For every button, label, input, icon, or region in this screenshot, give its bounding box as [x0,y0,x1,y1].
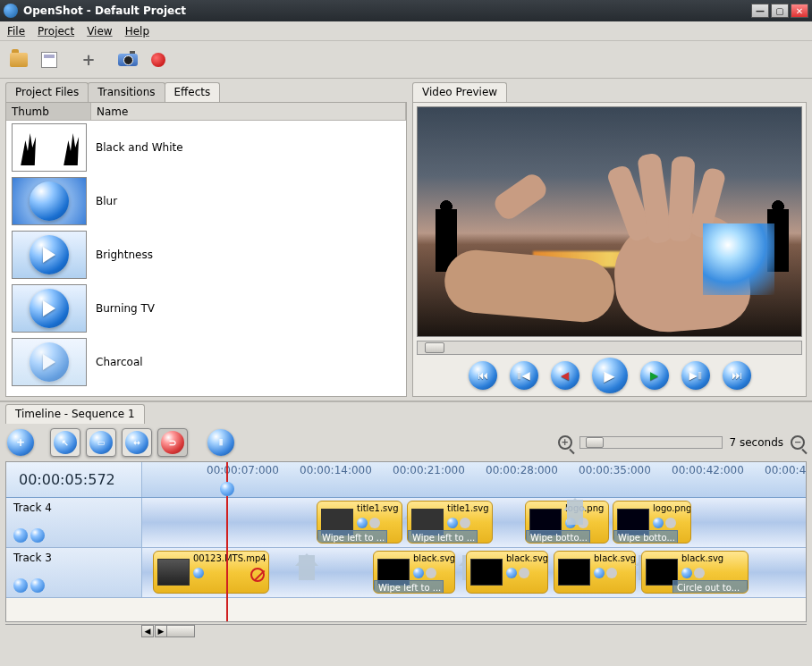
left-panel: Project Files Transitions Effects Thumb … [5,82,407,397]
seek-end-button[interactable]: ⏭ [723,361,751,390]
skip-back-icon: ⏮ [478,369,488,382]
close-button[interactable]: ✕ [791,4,808,18]
effect-thumb [12,284,87,333]
column-thumb[interactable]: Thumb [6,103,91,120]
rewind-button[interactable]: ◀ [551,361,579,390]
add-marker-button[interactable]: ⦀ [207,429,234,456]
transition-label[interactable]: Wipe botto... [526,530,590,544]
track-header[interactable]: Track 4 [6,498,142,547]
ruler-tick: 00:00:21:000 [393,464,465,476]
effect-name: Charcoal [96,356,143,368]
clip-label: black.svg [506,553,548,563]
ruler-tick: 00:00:28:000 [486,464,558,476]
ruler-tick: 00:00:07:000 [207,464,279,476]
maximize-button[interactable]: ▢ [771,4,789,18]
effect-row[interactable]: Charcoal [6,335,406,389]
pointer-icon: ↖ [62,438,69,448]
save-button[interactable] [36,46,63,73]
transition-label[interactable]: Wipe left to ... [317,530,387,544]
prev-marker-icon: ⦀◀ [517,369,529,382]
track-visible-button[interactable] [13,528,28,543]
effects-list[interactable]: Black and White Blur Brightness Burning … [6,121,406,396]
zoom-out-button[interactable]: − [791,435,805,450]
add-button[interactable]: + [75,46,102,73]
clip[interactable]: logo.png Wipe botto... [613,501,691,544]
add-track-button[interactable]: + [7,429,34,456]
main-toolbar: + [0,41,812,79]
preview-scrubber[interactable] [417,341,802,355]
tab-timeline[interactable]: Timeline - Sequence 1 [5,404,145,424]
minimize-button[interactable]: — [751,4,769,18]
track-visible-button[interactable] [13,578,28,593]
menu-help[interactable]: Help [125,25,149,38]
folder-icon [10,53,28,67]
ruler-tick: 00:00:14:000 [300,464,372,476]
record-button[interactable] [145,46,172,73]
fastforward-icon: ▶ [650,369,658,382]
transition-label[interactable]: Wipe botto... [613,530,678,544]
plus-icon: + [81,50,95,69]
seek-start-button[interactable]: ⏮ [469,361,497,390]
menu-project[interactable]: Project [38,25,74,38]
app-icon [4,4,18,18]
clip-label: 00123.MTS.mp4 [193,553,266,563]
tab-transitions[interactable]: Transitions [88,82,165,102]
timeline-h-scrollbar[interactable]: ◀ ▶ [5,624,807,638]
clip[interactable]: 00123.MTS.mp4 [153,551,269,594]
zoom-in-button[interactable]: + [558,435,572,450]
transition-label[interactable]: Wipe left to ... [374,580,444,594]
menu-file[interactable]: File [7,25,25,38]
menu-view[interactable]: View [87,25,112,38]
play-button[interactable]: ▶ [592,358,628,393]
razor-tool-button[interactable]: ▭ [86,428,116,457]
skip-forward-icon: ⏭ [732,369,742,382]
transition-label[interactable]: Circle out to... [672,580,748,594]
menubar: File Project View Help [0,21,812,41]
tab-effects[interactable]: Effects [165,82,221,102]
track-lane[interactable]: title1.svg Wipe left to ... title1.svg W… [142,498,806,547]
scroll-left-button[interactable]: ◀ [141,625,154,637]
zoom-slider[interactable] [579,436,723,449]
scroll-thumb[interactable] [166,625,195,637]
effect-thumb [12,338,87,386]
playhead[interactable] [226,462,228,621]
snapshot-button[interactable] [114,46,141,73]
resize-tool-button[interactable]: ↔ [122,428,152,457]
timeline-ruler[interactable]: 00:00:05:572 00:00:07:000 00:00:14:000 0… [6,462,806,498]
track-audio-button[interactable] [30,578,45,593]
pointer-tool-button[interactable]: ↖ [50,428,80,457]
effect-row[interactable]: Black and White [6,121,406,174]
clip[interactable]: title1.svg Wipe left to ... [317,501,402,544]
transition-label[interactable]: Wipe left to ... [408,530,478,544]
timeline-section: Timeline - Sequence 1 + ↖ ▭ ↔ ⊃ ⦀ + 7 se… [0,400,812,638]
track-audio-button[interactable] [30,528,45,543]
ruler-tick: 00:00:49:000 [765,464,807,476]
fastforward-button[interactable]: ▶ [640,361,669,390]
tab-project-files[interactable]: Project Files [5,82,89,102]
clip[interactable]: black.svg Circle out to... [641,551,749,594]
track-lane[interactable]: 00123.MTS.mp4 black.svg Wipe left to ...… [142,548,806,597]
effect-row[interactable]: Blur [6,174,406,228]
effect-row[interactable]: Burning TV [6,282,406,335]
tab-video-preview[interactable]: Video Preview [412,82,507,102]
play-icon: ▶ [604,367,614,384]
track-header[interactable]: Track 3 [6,548,142,597]
clip[interactable]: black.svg [466,551,548,594]
open-button[interactable] [5,46,32,73]
snap-button[interactable]: ⊃ [157,428,188,457]
clip[interactable]: black.svg [554,551,636,594]
clip[interactable]: title1.svg Wipe left to ... [407,501,493,544]
next-marker-button[interactable]: ▶⦀ [681,361,710,390]
clip[interactable]: black.svg Wipe left to ... [373,551,455,594]
timeline[interactable]: 00:00:05:572 00:00:07:000 00:00:14:000 0… [5,461,807,622]
effect-name: Blur [96,195,117,207]
column-name[interactable]: Name [91,103,406,120]
clip-label: black.svg [413,553,455,563]
prev-marker-button[interactable]: ⦀◀ [510,361,538,390]
track: Track 3 00123.MTS.mp4 black.svg Wipe lef… [6,548,806,598]
effect-name: Burning TV [96,302,155,315]
clip-label: black.svg [681,553,723,563]
video-preview[interactable] [417,106,802,337]
scroll-right-button[interactable]: ▶ [155,625,167,637]
effect-row[interactable]: Brightness [6,228,406,282]
